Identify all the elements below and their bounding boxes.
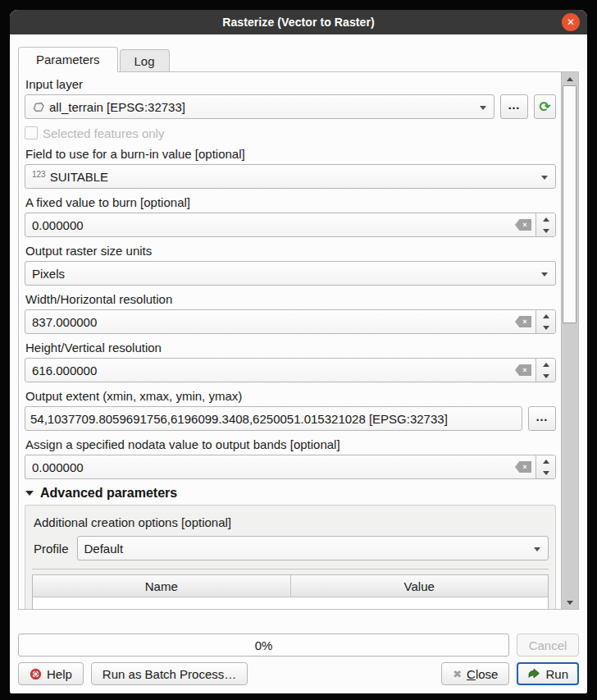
clear-field-icon[interactable]: ×	[515, 364, 531, 376]
selected-features-checkbox	[25, 126, 38, 140]
selected-features-label: Selected features only	[43, 126, 164, 140]
output-extent-input[interactable]	[25, 406, 522, 431]
run-arrow-icon	[527, 667, 540, 680]
spinner-buttons	[535, 310, 555, 333]
table-empty-body[interactable]	[33, 597, 548, 609]
spin-down-icon	[543, 374, 549, 378]
spin-down-button[interactable]	[536, 467, 555, 478]
profile-value: Default	[84, 542, 124, 556]
vertical-scrollbar	[561, 72, 578, 609]
spinner-buttons	[535, 359, 555, 382]
burn-field-value: SUITABLE	[50, 170, 108, 184]
help-icon	[30, 668, 42, 680]
output-extent-label: Output extent (xmin, xmax, ymin, ymax)	[25, 389, 555, 404]
tab-log[interactable]: Log	[120, 49, 170, 71]
parameters-content: Input layer all_terrain [EPSG:32733] … ⟳	[19, 72, 562, 609]
cancel-button: Cancel	[517, 634, 579, 657]
spin-down-button[interactable]	[536, 370, 555, 382]
output-extent-browse-button[interactable]: …	[528, 406, 556, 431]
spin-down-button[interactable]	[536, 225, 555, 236]
creation-options-group: Additional creation options [optional] P…	[25, 505, 556, 609]
refresh-icon: ⟳	[539, 100, 550, 114]
fixed-value-spinbox: ×	[25, 213, 556, 237]
titlebar[interactable]: Rasterize (Vector to Raster) ✕	[10, 10, 587, 34]
input-layer-label: Input layer	[25, 77, 555, 92]
integer-field-icon: 123	[32, 170, 46, 179]
scrollbar-track[interactable]	[562, 85, 578, 596]
iterate-layer-button[interactable]: ⟳	[534, 94, 556, 119]
polygon-layer-icon	[32, 101, 45, 113]
progress-row: 0% Cancel	[18, 634, 579, 657]
input-layer-browse-button[interactable]: …	[500, 94, 528, 119]
collapse-arrow-icon	[25, 491, 34, 496]
close-x-icon: ✕	[567, 17, 575, 27]
window-close-button[interactable]: ✕	[562, 13, 580, 31]
column-header-name[interactable]: Name	[33, 575, 291, 597]
spin-up-icon	[543, 460, 549, 464]
tab-parameters[interactable]: Parameters	[18, 47, 118, 72]
rasterize-dialog: Rasterize (Vector to Raster) ✕ Parameter…	[10, 10, 587, 693]
scrollbar-down-icon	[567, 601, 573, 605]
close-button-icon: ✖	[453, 669, 462, 679]
creation-options-label: Additional creation options [optional]	[34, 515, 549, 529]
chevron-down-icon	[541, 176, 548, 180]
window-title: Rasterize (Vector to Raster)	[222, 16, 375, 29]
desktop-background: Rasterize (Vector to Raster) ✕ Parameter…	[0, 0, 597, 700]
nodata-spinbox: ×	[25, 455, 556, 479]
scrollbar-up-icon	[567, 77, 573, 81]
chevron-down-icon	[534, 547, 540, 551]
input-layer-value: all_terrain [EPSG:32733]	[49, 100, 185, 114]
parameters-pane: Input layer all_terrain [EPSG:32733] … ⟳	[18, 71, 579, 610]
spin-up-button[interactable]	[536, 455, 555, 467]
height-resolution-spinbox: ×	[25, 358, 556, 382]
selected-features-row: Selected features only	[25, 126, 556, 140]
dialog-body: Parameters Log Input layer all_terrain […	[10, 34, 587, 693]
spin-down-icon	[543, 229, 549, 233]
scrollbar-thumb[interactable]	[563, 85, 576, 323]
close-button[interactable]: ✖ Close	[441, 662, 509, 685]
clear-field-icon[interactable]: ×	[515, 316, 531, 327]
scrollbar-up-button[interactable]	[562, 72, 578, 85]
button-row: Help Run as Batch Process… ✖ Close	[18, 662, 579, 685]
burn-field-combobox[interactable]: 123 SUITABLE	[25, 164, 556, 189]
profile-label: Profile	[32, 542, 69, 556]
height-resolution-label: Height/Vertical resolution	[25, 341, 555, 355]
clear-field-icon[interactable]: ×	[515, 219, 531, 231]
fixed-value-input[interactable]	[25, 213, 515, 236]
width-resolution-label: Width/Horizontal resolution	[25, 292, 555, 307]
nodata-label: Assign a specified nodata value to outpu…	[25, 437, 555, 452]
input-layer-combobox[interactable]: all_terrain [EPSG:32733]	[25, 94, 494, 119]
chevron-down-icon	[480, 106, 486, 110]
advanced-parameters-header[interactable]: Advanced parameters	[25, 486, 556, 501]
run-batch-button[interactable]: Run as Batch Process…	[91, 662, 248, 685]
spin-up-icon	[543, 363, 549, 367]
spin-up-icon	[543, 314, 549, 318]
table-header-row: Name Value	[33, 575, 548, 597]
profile-row: Profile Default	[32, 536, 549, 560]
help-button[interactable]: Help	[18, 662, 84, 685]
burn-field-label: Field to use for a burn-in value [option…	[25, 147, 555, 162]
spin-up-button[interactable]	[536, 213, 555, 225]
scrollbar-down-button[interactable]	[562, 596, 578, 609]
creation-options-table: Name Value	[32, 574, 549, 609]
progress-text: 0%	[255, 638, 273, 652]
nodata-input[interactable]	[25, 455, 515, 478]
column-header-value[interactable]: Value	[291, 575, 549, 597]
spin-up-button[interactable]	[536, 359, 555, 370]
size-units-value: Pixels	[32, 267, 65, 281]
width-resolution-spinbox: ×	[25, 309, 556, 334]
advanced-parameters-title: Advanced parameters	[40, 486, 177, 501]
divider	[32, 569, 549, 570]
spin-down-icon	[543, 471, 549, 475]
spinner-buttons	[535, 213, 555, 236]
height-resolution-input[interactable]	[25, 359, 515, 382]
spin-down-button[interactable]	[536, 322, 555, 333]
fixed-value-label: A fixed value to burn [optional]	[25, 195, 555, 210]
spin-up-button[interactable]	[536, 310, 555, 322]
profile-combobox[interactable]: Default	[77, 536, 549, 560]
size-units-combobox[interactable]: Pixels	[25, 261, 556, 286]
spinner-buttons	[535, 455, 555, 478]
width-resolution-input[interactable]	[25, 310, 515, 333]
clear-field-icon[interactable]: ×	[515, 461, 531, 473]
run-button[interactable]: Run	[517, 662, 579, 685]
